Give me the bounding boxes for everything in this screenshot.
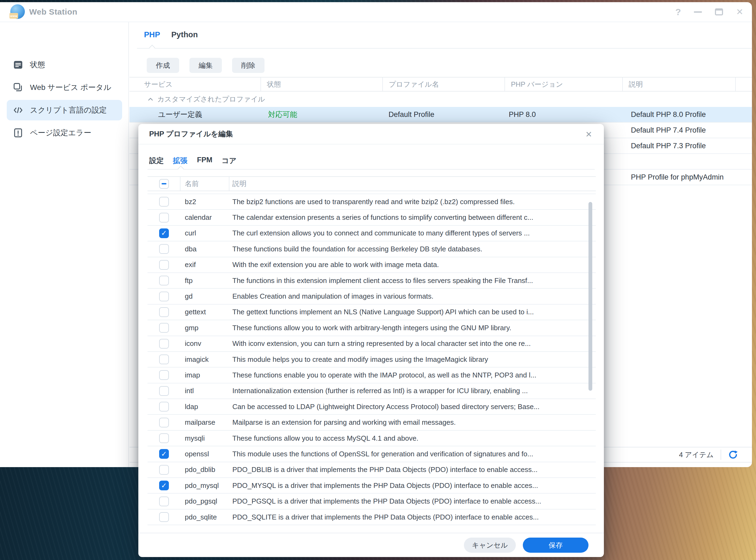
chevron-up-icon [148, 96, 153, 102]
dialog-footer: キャンセル 保存 [138, 533, 604, 557]
extension-row[interactable]: calendarThe calendar extension presents … [148, 210, 596, 225]
extension-row[interactable]: pdo_pgsqlPDO_PGSQL is a driver that impl… [148, 494, 596, 509]
sidebar-item-label: Web サービス ポータル [30, 82, 111, 93]
unchecked-checkbox[interactable] [159, 244, 169, 254]
group-row-customized-profiles[interactable]: カスタマイズされたプロファイル [130, 92, 752, 107]
minimize-icon[interactable] [694, 11, 702, 13]
checkbox-cell [148, 210, 180, 225]
unchecked-checkbox[interactable] [159, 292, 169, 301]
tab-python[interactable]: Python [171, 30, 198, 39]
extension-description: PDO_MYSQL is a driver that implements th… [229, 478, 596, 493]
column-header-description[interactable]: 説明 [623, 78, 736, 91]
unchecked-checkbox[interactable] [159, 465, 169, 475]
unchecked-checkbox[interactable] [159, 260, 169, 270]
unchecked-checkbox[interactable] [159, 323, 169, 333]
unchecked-checkbox[interactable] [159, 370, 169, 380]
help-icon[interactable]: ? [675, 7, 681, 17]
column-header-profile-name[interactable]: プロファイル名 [383, 78, 505, 91]
extension-row[interactable]: pdo_dblibPDO_DBLIB is a driver that impl… [148, 462, 596, 478]
dialog-tab-extensions[interactable]: 拡張 [173, 156, 188, 165]
extension-description: The functions in this extension implemen… [229, 273, 596, 288]
unchecked-checkbox[interactable] [159, 197, 169, 206]
extension-row[interactable]: pdo_sqlitePDO_SQLITE is a driver that im… [148, 509, 596, 525]
column-header-description[interactable]: 説明 [229, 177, 596, 191]
statusbar-divider [721, 449, 721, 460]
close-window-icon[interactable]: ✕ [736, 7, 743, 17]
unchecked-checkbox[interactable] [159, 339, 169, 348]
checkbox-cell [148, 273, 180, 288]
select-all-cell [148, 177, 180, 191]
extension-name: openssl [180, 446, 229, 461]
extension-row[interactable]: gettextThe gettext functions implement a… [148, 304, 596, 320]
extension-row[interactable]: imapThese functions enable you to operat… [148, 367, 596, 383]
table-cell: Default PHP 7.4 Profile [623, 123, 736, 138]
unchecked-checkbox[interactable] [159, 433, 169, 443]
extension-row[interactable]: ✓pdo_mysqlPDO_MYSQL is a driver that imp… [148, 478, 596, 494]
unchecked-checkbox[interactable] [159, 276, 169, 285]
edit-button[interactable]: 編集 [189, 58, 222, 73]
checkbox-cell: ✓ [148, 446, 180, 461]
extension-description: Mailparse is an extension for parsing an… [229, 415, 596, 430]
unchecked-checkbox[interactable] [159, 402, 169, 412]
checkbox-cell [148, 462, 180, 477]
select-all-checkbox[interactable] [159, 179, 169, 189]
dialog-tab-core[interactable]: コア [221, 156, 236, 165]
window-title: Web Station [29, 2, 77, 22]
extension-row[interactable]: ldapCan be accessed to LDAP (Lightweight… [148, 399, 596, 415]
unchecked-checkbox[interactable] [159, 355, 169, 364]
extension-row[interactable]: iconvWith iconv extension, you can turn … [148, 336, 596, 352]
unchecked-checkbox[interactable] [159, 307, 169, 317]
checked-checkbox[interactable]: ✓ [159, 449, 169, 459]
unchecked-checkbox[interactable] [159, 386, 169, 396]
table-cell: Default Profile [383, 107, 505, 122]
extension-row[interactable]: mailparseMailparse is an extension for p… [148, 415, 596, 431]
sidebar-item-page-setting-errors[interactable]: ページ設定エラー [7, 123, 122, 143]
checkbox-cell [148, 367, 180, 383]
extension-description: These functions build the foundation for… [229, 241, 596, 257]
checkbox-cell [148, 431, 180, 446]
list-scrollbar-thumb[interactable] [588, 202, 592, 391]
extension-row[interactable]: dbaThese functions build the foundation … [148, 241, 596, 257]
unchecked-checkbox[interactable] [159, 213, 169, 222]
column-header-name[interactable]: 名前 [180, 177, 229, 191]
table-row[interactable]: ユーザー定義対応可能Default ProfilePHP 8.0Default … [130, 107, 752, 123]
dialog-tab-settings[interactable]: 設定 [149, 156, 164, 165]
checkbox-cell [148, 288, 180, 304]
logo-www-badge: www [9, 13, 18, 19]
table-cell: Default PHP 8.0 Profile [623, 107, 736, 122]
unchecked-checkbox[interactable] [159, 512, 169, 522]
dialog-tab-fpm[interactable]: FPM [197, 156, 212, 164]
checked-checkbox[interactable]: ✓ [159, 228, 169, 238]
extension-row[interactable]: bz2The bzip2 functions are used to trans… [148, 194, 596, 210]
extension-description: With iconv extension, you can turn a str… [229, 336, 596, 351]
sidebar-item-web-service-portal[interactable]: Web サービス ポータル [7, 77, 122, 98]
checked-checkbox[interactable]: ✓ [159, 481, 169, 490]
extension-row[interactable]: exifWith the exif extension you are able… [148, 257, 596, 273]
create-button[interactable]: 作成 [147, 58, 179, 73]
refresh-icon[interactable] [728, 450, 738, 460]
cancel-button[interactable]: キャンセル [464, 538, 516, 553]
extension-row[interactable]: intlInternationalization extension (furt… [148, 383, 596, 399]
extension-row[interactable]: gmpThese functions allow you to work wit… [148, 320, 596, 336]
extension-row[interactable]: ✓curlThe curl extension allows you to co… [148, 226, 596, 241]
delete-button[interactable]: 削除 [232, 58, 265, 73]
extension-row[interactable]: ✓opensslThis module uses the functions o… [148, 446, 596, 462]
extension-name: mailparse [180, 415, 229, 430]
column-header-service[interactable]: サービス [138, 78, 261, 91]
column-header-status[interactable]: 状態 [261, 78, 383, 91]
edit-php-profile-dialog: PHP プロファイルを編集 ✕ 設定 拡張 FPM コア 名前 説明 bz2Th… [138, 124, 604, 557]
extension-list: bz2The bzip2 functions are used to trans… [148, 194, 596, 525]
extension-row[interactable]: mysqliThese functions allow you to acces… [148, 431, 596, 446]
sidebar-item-status[interactable]: 状態 [7, 55, 122, 75]
close-dialog-icon[interactable]: ✕ [583, 124, 595, 144]
column-header-php-version[interactable]: PHP バージョン [505, 78, 623, 91]
extension-row[interactable]: ftpThe functions in this extension imple… [148, 273, 596, 288]
extension-row[interactable]: gdEnables Creation and manipulation of i… [148, 288, 596, 304]
unchecked-checkbox[interactable] [159, 497, 169, 506]
unchecked-checkbox[interactable] [159, 418, 169, 427]
sidebar-item-script-language-settings[interactable]: スクリプト言語の設定 [7, 100, 122, 120]
save-button[interactable]: 保存 [523, 538, 588, 553]
tab-php[interactable]: PHP [144, 30, 160, 39]
maximize-icon[interactable] [715, 8, 723, 15]
extension-row[interactable]: imagickThis module helps you to create a… [148, 352, 596, 367]
